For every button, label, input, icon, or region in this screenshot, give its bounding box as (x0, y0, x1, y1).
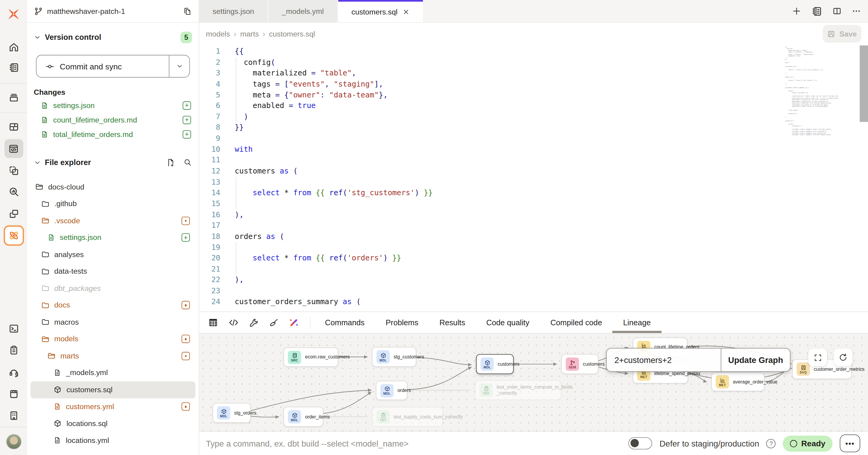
save-button[interactable]: Save (823, 25, 861, 43)
lineage-node-test_order_items[interactable]: TST test_order_items_compute_to_bools _c… (475, 380, 561, 400)
code-line[interactable]: 19 (199, 242, 868, 253)
tree-item-.vscode[interactable]: .vscode (30, 212, 195, 229)
search-icon[interactable] (183, 158, 192, 167)
code-line[interactable]: 14 select * from {{ ref('stg_customers')… (199, 188, 868, 198)
tab-settings.json[interactable]: settings.json (199, 0, 267, 22)
code-line[interactable]: 16), (199, 209, 868, 220)
code-line[interactable]: 11 (199, 155, 868, 166)
rail-windows[interactable] (8, 208, 20, 220)
build-wrench-icon[interactable] (249, 317, 259, 328)
update-graph-button[interactable]: Update Graph (721, 348, 790, 371)
editor-scrollbar[interactable] (860, 46, 868, 122)
code-line[interactable]: 23 (199, 285, 868, 296)
code-line[interactable]: 17 (199, 220, 868, 231)
lineage-node-stg_orders[interactable]: MDL stg_orders (213, 403, 251, 423)
branch-row[interactable]: matthewshaver-patch-1 (27, 0, 198, 23)
lineage-canvas[interactable]: SRC ecom.raw_customersMDL stg_customersM… (199, 333, 868, 432)
tree-item-locations.sql[interactable]: locations.sql (30, 415, 195, 432)
breadcrumb-item[interactable]: customers.sql (269, 30, 315, 38)
code-line[interactable]: 22), (199, 275, 868, 285)
lineage-node-customers_mdl[interactable]: MDL customers (476, 354, 514, 374)
version-control-header[interactable]: Version control 5 (27, 30, 198, 45)
changed-file-row[interactable]: total_lifetime_orders.md + (27, 127, 198, 142)
more-options-icon[interactable] (851, 6, 861, 16)
fullscreen-button[interactable] (808, 348, 827, 366)
lineage-node-order_items[interactable]: MDL order_items (283, 407, 323, 427)
lineage-node-raw_customers[interactable]: SRC ecom.raw_customers (283, 348, 338, 367)
tree-item-analyses[interactable]: analyses (30, 246, 195, 263)
tree-item-dbt_packages[interactable]: dbt_packages (30, 280, 195, 297)
command-input[interactable]: Type a command, ex. dbt build --select <… (206, 439, 621, 448)
code-line[interactable]: 20 select * from {{ ref('orders') }} (199, 253, 868, 264)
rail-drawer[interactable] (8, 388, 20, 400)
lineage-node-orders[interactable]: MDL orders (376, 381, 407, 400)
panel-tab-Commands[interactable]: Commands (325, 312, 364, 333)
lineage-node-test_supply[interactable]: TST test_supply_costs_sum_correctly (372, 407, 443, 427)
tab-_models.yml[interactable]: _models.yml (269, 0, 337, 22)
tree-item-locations.yml[interactable]: locations.yml (30, 432, 195, 449)
rail-home[interactable] (8, 41, 20, 53)
help-icon[interactable]: ? (767, 439, 776, 448)
code-line[interactable]: 13 (199, 176, 868, 188)
code-line[interactable]: 4 tags = ["events", "staging"], (199, 79, 868, 90)
commit-options-caret[interactable] (169, 56, 189, 77)
tree-item-_models.yml[interactable]: _models.yml (30, 365, 195, 381)
changed-file-row[interactable]: settings.json + (27, 98, 198, 113)
split-editor-icon[interactable] (832, 6, 842, 16)
refresh-graph-button[interactable] (834, 348, 852, 366)
rail-clipboard[interactable] (8, 345, 20, 356)
rail-copilot-atom[interactable] (4, 226, 24, 246)
ai-magic-pen-icon[interactable] (288, 317, 300, 328)
breadcrumb-item[interactable]: marts (240, 30, 259, 38)
notebook-icon[interactable] (811, 5, 823, 17)
panel-tab-Compiled code[interactable]: Compiled code (550, 312, 602, 333)
tree-item-macros[interactable]: macros (30, 314, 195, 331)
chevron-down-icon[interactable] (34, 33, 41, 41)
panel-tab-Lineage[interactable]: Lineage (623, 312, 651, 333)
tree-item-customers.yml[interactable]: customers.yml (30, 398, 195, 415)
clean-broom-icon[interactable] (269, 317, 279, 328)
code-line[interactable]: 1{{ (199, 46, 868, 57)
tree-item-.github[interactable]: .github (30, 195, 195, 212)
rail-avatar[interactable] (6, 434, 21, 449)
rail-select-area[interactable] (8, 165, 20, 176)
code-line[interactable]: 9 (199, 133, 868, 144)
compiled-code-icon[interactable] (228, 317, 239, 328)
panel-tab-Problems[interactable]: Problems (385, 312, 418, 333)
code-line[interactable]: 6 enabled = true (199, 101, 868, 111)
lineage-selector-input[interactable]: 2+customers+2 (607, 348, 720, 371)
rail-notebook[interactable] (8, 62, 20, 74)
tab-customers.sql[interactable]: customers.sql (338, 0, 423, 22)
editor-minimap[interactable]: {{ config( materialized = "table", tags … (785, 47, 838, 135)
code-line[interactable]: 3 materialized = "table", (199, 68, 868, 79)
copy-branch-icon[interactable] (183, 6, 192, 16)
tree-item-data-tests[interactable]: data-tests (30, 263, 195, 280)
code-line[interactable]: 2 config( (199, 57, 868, 68)
code-editor[interactable]: 1{{2 config(3 materialized = "table",4 t… (199, 45, 868, 311)
code-line[interactable]: 8}} (199, 122, 868, 133)
rail-building[interactable] (8, 410, 20, 422)
more-actions-button[interactable]: ••• (840, 434, 860, 452)
rail-search-insights[interactable] (8, 186, 20, 198)
chevron-down-icon[interactable] (34, 159, 41, 166)
tree-item-models[interactable]: models (30, 331, 195, 348)
code-line[interactable]: 7 ) (199, 111, 868, 122)
code-line[interactable]: 15 (199, 198, 868, 209)
tree-item-docs[interactable]: docs (30, 297, 195, 314)
tree-item-settings.json[interactable]: settings.json+ (30, 229, 195, 246)
code-line[interactable]: 18orders as ( (199, 231, 868, 242)
panel-tab-Results[interactable]: Results (439, 312, 465, 333)
code-line[interactable]: 5 meta = {"owner": "data-team"}, (199, 90, 868, 101)
defer-toggle[interactable] (628, 437, 652, 449)
close-icon[interactable] (403, 8, 410, 16)
commit-and-sync-button[interactable]: Commit and sync (36, 55, 190, 78)
rail-terminal[interactable] (8, 323, 20, 335)
tree-item-docs-cloud[interactable]: docs-cloud (30, 178, 195, 195)
code-line[interactable]: 12customers as ( (199, 166, 868, 176)
changed-file-row[interactable]: count_lifetime_orders.md + (27, 113, 198, 127)
new-tab-icon[interactable] (792, 6, 802, 16)
lineage-node-customers_sem[interactable]: SEM customers (561, 354, 598, 374)
rail-archive[interactable] (8, 92, 20, 104)
code-line[interactable]: 10with (199, 144, 868, 155)
rail-dashboard[interactable] (8, 121, 20, 133)
